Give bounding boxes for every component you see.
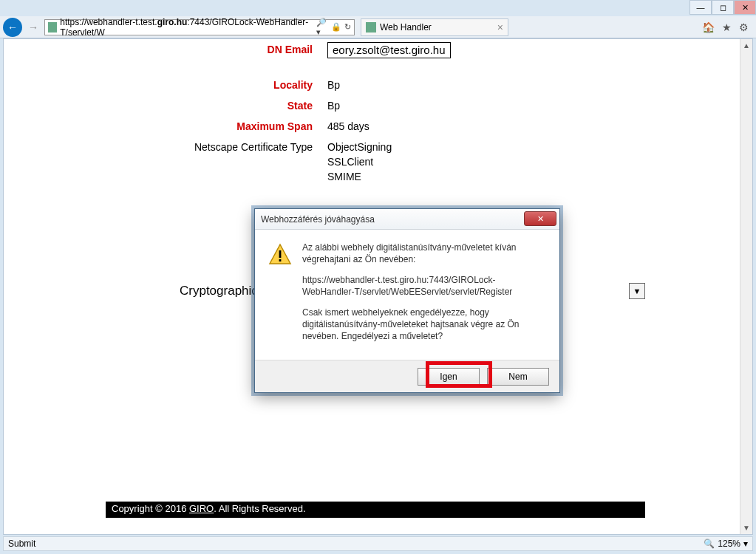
web-access-approval-dialog: Webhozzáférés jóváhagyása ✕ Az alábbi we… <box>254 208 560 393</box>
page-footer: Copyright © 2016 GIRO. All Rights Reserv… <box>106 502 645 518</box>
scroll-down-icon[interactable]: ▼ <box>740 521 752 534</box>
favorites-icon[interactable]: ★ <box>722 21 732 33</box>
dialog-no-button[interactable]: Nem <box>487 368 549 386</box>
forward-button[interactable]: → <box>24 18 43 37</box>
site-icon <box>48 22 57 33</box>
refresh-icon[interactable]: ↻ <box>344 22 351 32</box>
lock-icon: 🔒 <box>331 22 341 32</box>
back-button[interactable]: ← <box>3 18 22 37</box>
value-locality: Bp <box>327 78 645 92</box>
vertical-scrollbar[interactable]: ▲ ▼ <box>740 39 752 534</box>
zoom-level: 125% <box>718 538 740 549</box>
tab-favicon <box>366 22 376 33</box>
footer-link[interactable]: GIRO <box>189 503 214 514</box>
address-bar[interactable]: https://webhandler-t.test.giro.hu:7443/G… <box>44 19 355 35</box>
zoom-dropdown-icon[interactable]: ▾ <box>743 538 748 549</box>
value-state: Bp <box>327 98 645 113</box>
warning-icon <box>268 243 292 267</box>
dialog-title: Webhozzáférés jóváhagyása <box>261 214 375 225</box>
home-icon[interactable]: 🏠 <box>702 21 715 33</box>
tab-close-icon[interactable]: × <box>497 21 503 33</box>
svg-rect-1 <box>279 250 282 258</box>
browser-tab[interactable]: Web Handler × <box>361 18 508 36</box>
window-close-button[interactable]: ✕ <box>734 0 756 15</box>
minimize-button[interactable]: — <box>689 0 712 15</box>
label-crypto: Cryptographic Pr <box>106 284 274 298</box>
search-icon[interactable]: 🔎 ▾ <box>316 18 328 37</box>
maximize-button[interactable]: ◻ <box>712 0 734 15</box>
scroll-up-icon[interactable]: ▲ <box>740 39 752 52</box>
label-dn-email: DN Email <box>106 42 327 58</box>
tools-icon[interactable]: ⚙ <box>739 21 749 33</box>
label-locality: Locality <box>106 78 327 92</box>
tab-title: Web Handler <box>380 22 432 33</box>
dialog-yes-button[interactable]: Igen <box>418 368 480 386</box>
crypto-provider-select[interactable]: ▼ <box>629 283 645 299</box>
zoom-icon[interactable]: 🔍 <box>704 538 715 549</box>
value-dn-email[interactable]: eory.zsolt@test.giro.hu <box>327 42 451 58</box>
url-text: https://webhandler-t.test.giro.hu:7443/G… <box>60 17 316 38</box>
label-maxspan: Maximum Span <box>106 119 327 134</box>
value-maxspan: 485 days <box>327 119 645 134</box>
dialog-message: Az alábbi webhely digitálistanúsítvány-m… <box>302 242 546 351</box>
ie-toolbar: ← → https://webhandler-t.test.giro.hu:74… <box>0 16 756 38</box>
status-text: Submit <box>8 538 35 549</box>
dialog-close-button[interactable]: ✕ <box>524 211 556 226</box>
value-nct: ObjectSigning SSLClient SMIME <box>327 140 645 184</box>
label-state: State <box>106 98 327 113</box>
status-bar: Submit 🔍 125% ▾ <box>3 536 753 551</box>
svg-rect-2 <box>279 259 282 261</box>
label-nct: Netscape Certificate Type <box>106 140 327 184</box>
